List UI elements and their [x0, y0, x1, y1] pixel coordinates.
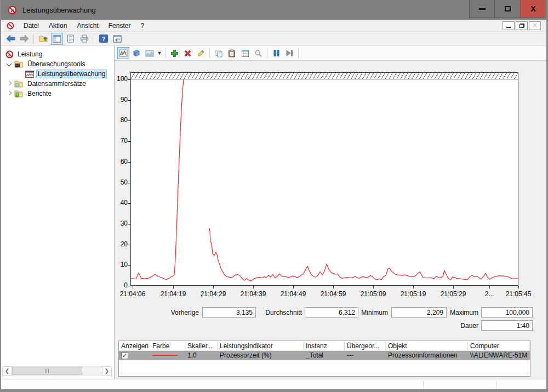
tree-horizontal-scrollbar[interactable]: ❮ ❯ [2, 366, 112, 376]
tree-item-label: Leistungsüberwachung [36, 70, 107, 78]
minimize-icon [479, 8, 486, 10]
back-button[interactable] [4, 33, 16, 45]
show-console-tree-button[interactable] [51, 33, 63, 45]
properties-button[interactable] [239, 47, 251, 59]
y-axis-tick [128, 286, 130, 286]
highlight-button[interactable] [195, 47, 207, 59]
mdi-close-icon: ✕ [532, 22, 537, 28]
tree-item-label: Überwachungstools [26, 60, 87, 68]
counter-scale: 1,0 [185, 351, 218, 360]
chart-type-button[interactable] [144, 47, 156, 59]
tree-item-label: Datensammlersätze [26, 79, 88, 88]
up-one-level-button[interactable] [37, 33, 49, 45]
tree-item-label: Leistung [16, 50, 44, 59]
y-axis-tick [128, 162, 130, 163]
paste-counter-list-icon [228, 49, 236, 57]
tree-item-leistungsueberwachung[interactable]: Leistungsüberwachung [1, 69, 114, 79]
y-axis-tick [128, 120, 130, 121]
highlight-icon [197, 49, 205, 57]
scrollbar-track[interactable] [12, 366, 102, 376]
graph-area: 010203040506070809010021:04:0621:04:1921… [115, 61, 546, 307]
mdi-child-icon [7, 22, 14, 30]
menu-datei[interactable]: Datei [19, 20, 44, 31]
scrollbar-thumb[interactable] [12, 367, 82, 375]
update-data-icon [286, 49, 293, 57]
minimize-button[interactable] [469, 0, 495, 18]
print-button[interactable] [78, 33, 90, 45]
chevron-expanded-icon[interactable] [7, 62, 11, 66]
app-window: Leistungsüberwachung X Datei Aktion Ansi… [0, 0, 548, 392]
titlebar: Leistungsüberwachung X [1, 0, 546, 20]
column-header-computer[interactable]: Computer [468, 341, 530, 350]
forward-button[interactable] [18, 33, 30, 45]
maximum-label: Maximum [443, 309, 478, 316]
show-counter-checkbox[interactable]: ✓ [121, 352, 128, 359]
mdi-close-button[interactable]: ✕ [529, 21, 541, 30]
chevron-collapsed-icon[interactable] [7, 82, 11, 86]
menu-ansicht[interactable]: Ansicht [72, 20, 103, 31]
chart-type-dropdown-icon[interactable]: ▼ [157, 47, 162, 59]
chevron-collapsed-icon[interactable] [7, 91, 11, 96]
close-icon: X [530, 5, 535, 13]
view-log-data-button[interactable] [130, 47, 142, 59]
maximize-button[interactable] [495, 0, 521, 18]
y-axis-tick [128, 224, 130, 224]
forward-icon [20, 34, 29, 43]
console-window-icon [113, 35, 122, 43]
help-button[interactable]: ? [98, 33, 110, 45]
stats-bar: Vorherige 3,135 Durchschnitt 6,312 Minim… [115, 307, 546, 336]
perfmon-icon [5, 50, 14, 59]
view-current-activity-button[interactable] [117, 47, 129, 59]
add-counter-button[interactable] [168, 47, 180, 59]
x-axis-label: 21:05:19 [395, 290, 431, 298]
main-area: Leistung Überwachungstools Leistungsüber… [1, 46, 546, 379]
column-header-skalierung[interactable]: Skalier... [185, 341, 218, 350]
column-header-anzeigen[interactable]: Anzeigen [119, 341, 150, 350]
console-window-button[interactable] [111, 33, 123, 45]
scroll-right-button[interactable]: ❯ [102, 366, 112, 376]
tree-item-leistung[interactable]: Leistung [1, 49, 114, 59]
mdi-restore-button[interactable] [516, 21, 528, 30]
column-header-objekt[interactable]: Objekt [386, 341, 468, 350]
menu-fenster[interactable]: Fenster [104, 20, 136, 31]
menu-aktion[interactable]: Aktion [44, 20, 72, 31]
counter-table-wrap: Anzeigen Farbe Skalier... Leistungsindik… [115, 336, 546, 379]
average-value: 6,312 [305, 307, 358, 318]
copy-properties-button[interactable] [213, 47, 225, 59]
delete-counter-button[interactable] [181, 47, 193, 59]
view-log-data-icon [132, 49, 141, 57]
column-header-farbe[interactable]: Farbe [150, 341, 185, 350]
x-axis-tick [453, 286, 454, 289]
x-axis-label: 21:04:29 [195, 290, 231, 298]
update-data-button[interactable] [283, 47, 295, 59]
column-header-instanz[interactable]: Instanz [304, 341, 345, 350]
tree-item-berichte[interactable]: Berichte [1, 89, 114, 99]
x-axis-tick [173, 286, 174, 289]
column-header-uebergeordnet[interactable]: Übergeor... [345, 341, 386, 350]
y-axis-label: 40 [115, 199, 128, 206]
minimum-value: 2,209 [391, 307, 447, 318]
scroll-left-button[interactable]: ❮ [2, 366, 12, 376]
counter-object: Prozessorinformationen [386, 351, 468, 360]
menu-hilfe[interactable]: ? [135, 20, 149, 31]
y-axis-label: 100 [115, 75, 128, 83]
close-button[interactable]: X [521, 0, 546, 18]
mdi-minimize-button[interactable] [503, 21, 515, 30]
column-header-leistungsindikator[interactable]: Leistungsindikator [218, 341, 304, 350]
tree-item-ueberwachungstools[interactable]: Überwachungstools [1, 59, 114, 69]
freeze-display-button[interactable] [270, 47, 282, 59]
x-axis-tick [373, 286, 374, 289]
x-axis-label: 21:05:29 [435, 290, 471, 298]
y-axis-label: 30 [115, 220, 128, 227]
export-list-button[interactable] [65, 33, 77, 45]
main-toolbar: ? [1, 32, 546, 46]
reports-folder-icon [14, 90, 24, 97]
toolbar-separator [33, 34, 34, 44]
counter-row[interactable]: ✓ 1,0 Prozessorzeit (%) _Total --- Proze… [119, 351, 530, 360]
console-tree-panel: Leistung Überwachungstools Leistungsüber… [1, 46, 115, 379]
duration-value: 1:40 [481, 320, 533, 331]
zoom-button[interactable] [252, 47, 264, 59]
counter-parent: --- [345, 351, 386, 360]
tree-item-datensammlersaetze[interactable]: Datensammlersätze [1, 79, 114, 89]
paste-counter-list-button[interactable] [226, 47, 238, 59]
